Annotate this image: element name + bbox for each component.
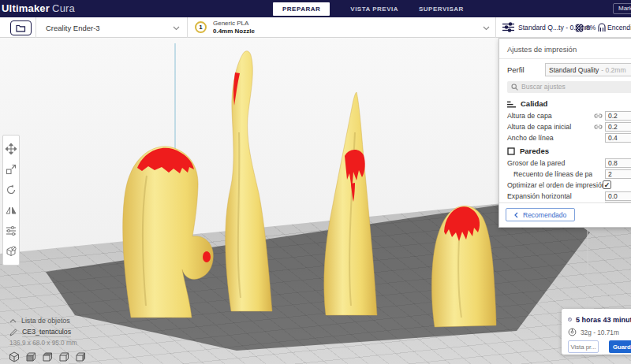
extruder-1-badge[interactable]: 1 <box>195 21 207 33</box>
setting-row-altura-de-capa-inicial: Altura de capa inicial 0.2 <box>507 121 631 132</box>
setting-row-grosor-de-la-pared: Grosor de la pared 0.8 <box>507 158 631 169</box>
section-paredes[interactable]: Paredes <box>507 145 631 158</box>
mirror-tool-icon[interactable] <box>5 204 17 217</box>
checkmark-icon: ✓ <box>604 181 610 189</box>
chevron-down-icon[interactable] <box>173 26 180 31</box>
move-tool-icon[interactable] <box>5 143 17 155</box>
tab-preparar[interactable]: PREPARAR <box>273 2 330 16</box>
material-spool-icon <box>568 328 577 336</box>
setting-row-recuento-lineas-pared: Recuento de líneas de pared 2 <box>507 169 631 180</box>
material-selector[interactable]: Generic PLA 0.4mm Nozzle <box>213 20 255 35</box>
value-field[interactable]: 0.8 <box>605 158 631 168</box>
setting-row-altura-de-capa: Altura de capa 0.2 <box>507 110 631 121</box>
chevron-left-icon <box>514 212 518 218</box>
per-model-settings-icon[interactable] <box>5 225 17 237</box>
3d-view-icon[interactable] <box>8 351 20 362</box>
object-list-header[interactable]: Lista de objetos <box>9 314 77 326</box>
material-usage: 32g - 10.71m <box>581 329 619 336</box>
value-field[interactable]: 0.4 <box>605 133 631 143</box>
support-state: Encendi... <box>607 24 631 32</box>
scale-tool-icon[interactable] <box>5 163 17 176</box>
walls-icon <box>507 147 515 155</box>
model-tentacle-4[interactable] <box>431 206 496 327</box>
profile-label: Perfil <box>507 65 525 74</box>
top-view-icon[interactable] <box>41 351 53 362</box>
print-settings-panel: Ajustes de impresión Perfil Standard Qua… <box>498 38 631 228</box>
value-field[interactable]: 0.2 <box>605 122 631 132</box>
search-input[interactable] <box>521 83 631 91</box>
setting-row-expansion-horizontal: Expansión horizontal 0.0 <box>507 191 631 202</box>
settings-list: Calidad Altura de capa 0.2 Altura de cap… <box>499 96 631 202</box>
save-button[interactable]: Guardar <box>609 340 631 353</box>
rotate-tool-icon[interactable] <box>5 184 17 196</box>
app-logo: UltimakerCura <box>2 0 75 17</box>
top-application-bar: UltimakerCura PREPARAR VISTA PREVIA SUPE… <box>0 0 631 17</box>
settings-search <box>507 81 631 93</box>
marketplace-button[interactable]: Marketplace <box>613 3 631 14</box>
folder-icon <box>16 24 26 32</box>
link-icon[interactable] <box>592 124 603 130</box>
infill-percentage: 8% <box>586 24 596 32</box>
support-icon <box>597 23 607 32</box>
cura-app-window: { "brand": { "bold": "Ultimaker", "light… <box>0 0 631 364</box>
print-time: 5 horas 43 minutos <box>576 316 631 324</box>
object-dimensions: 136.9 x 68.0 x 95.0 mm <box>9 340 77 347</box>
profile-dropdown[interactable]: Standard Quality - 0.2mm <box>545 63 631 76</box>
left-view-icon[interactable] <box>58 351 69 362</box>
model-tentacle-3[interactable] <box>324 92 377 315</box>
tab-supervisar[interactable]: SUPERVISAR <box>419 6 464 13</box>
right-view-icon[interactable] <box>74 351 86 362</box>
overhang-red-patch <box>203 251 211 262</box>
setting-row-optimizar-orden-paredes: Optimizar el orden de impresión de pared… <box>507 180 631 191</box>
checkbox-checked[interactable]: ✓ <box>603 180 611 189</box>
preview-button[interactable]: Vista pr... <box>568 340 599 353</box>
configuration-bar: Creality Ender-3 1 Generic PLA 0.4mm Noz… <box>0 17 631 38</box>
tab-vista-previa[interactable]: VISTA PREVIA <box>350 6 398 13</box>
camera-view-buttons <box>8 351 86 362</box>
print-settings-sliders-icon[interactable] <box>502 22 514 32</box>
object-list: Lista de objetos CE3_tentaculos 136.9 x … <box>9 314 77 347</box>
clock-icon <box>568 315 572 324</box>
chevron-up-icon <box>9 318 17 323</box>
quality-icon <box>507 100 516 108</box>
stage-tabs: PREPARAR VISTA PREVIA SUPERVISAR <box>273 2 464 15</box>
search-icon <box>511 84 518 91</box>
panel-title: Ajustes de impresión <box>499 39 631 59</box>
recommended-mode-button[interactable]: Recomendado <box>506 208 575 221</box>
link-icon[interactable] <box>592 113 603 119</box>
print-summary-card: 5 horas 43 minutos 32g - 10.71m Vista pr… <box>562 309 631 355</box>
value-field[interactable]: 0.0 <box>605 191 631 201</box>
open-file-button[interactable] <box>10 20 32 35</box>
printer-selector[interactable]: Creality Ender-3 <box>46 24 100 32</box>
support-blocker-icon[interactable] <box>5 245 17 258</box>
setting-row-ancho-de-linea: Ancho de línea 0.4 <box>507 132 631 143</box>
chevron-down-icon[interactable] <box>483 26 490 31</box>
infill-icon <box>575 24 584 32</box>
model-tentacle-1[interactable] <box>123 147 214 318</box>
pencil-icon <box>9 329 17 336</box>
value-field[interactable]: 0.2 <box>605 111 631 121</box>
object-list-item[interactable]: CE3_tentaculos <box>9 326 77 338</box>
left-toolbar <box>2 135 20 266</box>
section-calidad[interactable]: Calidad <box>507 98 631 110</box>
front-view-icon[interactable] <box>24 351 36 362</box>
model-tentacle-2[interactable] <box>226 51 272 311</box>
value-field[interactable]: 2 <box>605 169 631 179</box>
